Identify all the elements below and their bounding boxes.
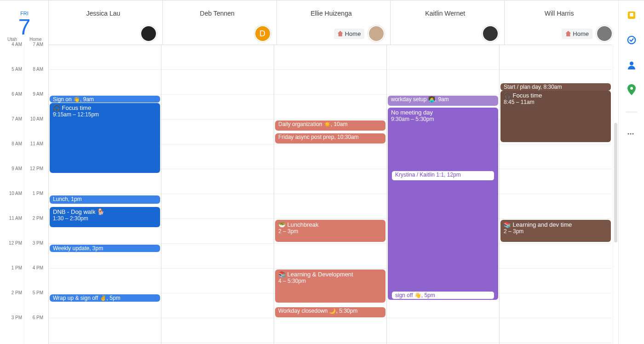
home-icon bbox=[338, 31, 343, 36]
calendar-event[interactable]: 🥗 Lunchbreak2 – 3pm bbox=[275, 220, 385, 242]
person-name: Will Harris bbox=[505, 10, 614, 17]
day-column[interactable]: Daily organization ☀️, 10amFriday async … bbox=[274, 45, 386, 344]
calendar-event[interactable]: DNB - Dog walk 🐕1:30 – 2:30pm bbox=[50, 207, 160, 227]
time-label-right: 10 AM bbox=[24, 116, 43, 121]
person-name: Kaitlin Wernet bbox=[391, 10, 500, 17]
calendar-event[interactable]: sign off 👋, 5pm bbox=[391, 291, 494, 299]
day-column[interactable]: workday setup 👩‍💻, 9amNo meeting day9:30… bbox=[386, 45, 499, 344]
time-label-right: 5 PM bbox=[24, 290, 43, 295]
keep-icon[interactable] bbox=[627, 11, 636, 20]
time-label-left: 4 AM bbox=[3, 42, 22, 47]
calendar-event[interactable]: Lunch, 1pm bbox=[50, 195, 160, 204]
person-name: Jessica Lau bbox=[49, 10, 158, 17]
time-label-right: 4 PM bbox=[24, 265, 43, 270]
day-column[interactable]: Sign on 👋, 9am🎧 Focus time9:15am – 12:15… bbox=[49, 45, 161, 344]
svg-rect-1 bbox=[630, 13, 633, 17]
calendar-event[interactable]: No meeting day9:30am – 5:30pm bbox=[388, 108, 498, 300]
avatar[interactable] bbox=[482, 25, 499, 42]
time-label-left: 1 PM bbox=[3, 265, 22, 270]
location-chip[interactable]: Home bbox=[334, 29, 365, 39]
time-label-left: 12 PM bbox=[3, 241, 22, 246]
day-column[interactable] bbox=[161, 45, 274, 344]
location-chip[interactable]: Home bbox=[562, 29, 592, 39]
time-label-right: 2 PM bbox=[24, 216, 43, 221]
calendar-event[interactable]: 🎧 Focus time8:45 – 11am bbox=[500, 91, 611, 142]
person-header[interactable]: Ellie Huizenga Home bbox=[276, 0, 391, 45]
svg-point-7 bbox=[632, 133, 633, 135]
get-addons-icon[interactable] bbox=[627, 130, 636, 139]
home-icon bbox=[565, 31, 571, 36]
time-label-left: 6 AM bbox=[3, 92, 22, 97]
time-label-left: 3 PM bbox=[3, 315, 22, 320]
person-name: Ellie Huizenga bbox=[277, 10, 386, 17]
time-label-left: 5 AM bbox=[3, 67, 22, 72]
calendar-event[interactable]: Sign on 👋, 9am bbox=[50, 96, 160, 103]
calendar-event[interactable]: 📚 Learning & Development4 – 5:30pm bbox=[275, 269, 385, 303]
calendar-event[interactable]: Krystina / Kaitlin 1:1, 12pm bbox=[391, 171, 494, 181]
avatar[interactable] bbox=[368, 25, 385, 42]
time-label-left: 2 PM bbox=[3, 290, 22, 295]
calendar-event[interactable]: Weekly update, 3pm bbox=[50, 245, 160, 252]
person-name: Deb Tennen bbox=[163, 10, 272, 17]
time-label-right: 12 PM bbox=[24, 166, 43, 171]
time-label-right: 3 PM bbox=[24, 241, 43, 246]
contacts-icon[interactable] bbox=[627, 60, 636, 69]
scrollbar[interactable] bbox=[613, 45, 618, 344]
date-header[interactable]: FRI 7 bbox=[0, 0, 49, 40]
calendar-event[interactable]: 📚 Learning and dev time2 – 3pm bbox=[500, 220, 611, 242]
day-column[interactable]: Start / plan day, 8:30am🎧 Focus time8:45… bbox=[499, 45, 612, 344]
time-label-left: 11 AM bbox=[3, 216, 22, 221]
person-header[interactable]: Deb Tennen D bbox=[162, 0, 276, 45]
time-label-right: 9 AM bbox=[24, 92, 43, 97]
svg-point-4 bbox=[630, 87, 633, 90]
avatar[interactable] bbox=[140, 25, 157, 42]
time-label-right: 6 PM bbox=[24, 315, 43, 320]
people-header: Jessica Lau Deb Tennen DEllie Huizenga H… bbox=[49, 0, 618, 45]
calendar-event[interactable]: Wrap up & sign off ✌️, 5pm bbox=[50, 294, 160, 302]
calendar-grid: Jessica Lau Deb Tennen DEllie Huizenga H… bbox=[49, 0, 618, 344]
time-gutter: FRI 7 Utah Home 4 AM7 AM5 AM8 AM6 AM9 AM… bbox=[0, 0, 49, 344]
avatar[interactable]: D bbox=[254, 25, 271, 42]
calendar-event[interactable]: Daily organization ☀️, 10am bbox=[275, 120, 385, 131]
side-panel bbox=[618, 0, 644, 344]
person-header[interactable]: Will Harris Home bbox=[504, 0, 618, 45]
time-label-right: 11 AM bbox=[24, 141, 43, 146]
maps-icon[interactable] bbox=[627, 85, 636, 94]
tasks-icon[interactable] bbox=[627, 35, 636, 45]
time-label-left: 9 AM bbox=[3, 166, 22, 171]
calendar-event[interactable]: Start / plan day, 8:30am bbox=[500, 83, 611, 91]
time-label-left: 10 AM bbox=[3, 191, 22, 196]
time-label-left: 7 AM bbox=[3, 116, 22, 121]
day-number: 7 bbox=[18, 14, 31, 40]
person-header[interactable]: Jessica Lau bbox=[49, 0, 162, 45]
svg-point-5 bbox=[627, 133, 629, 135]
svg-point-6 bbox=[630, 133, 631, 135]
calendar-event[interactable]: workday setup 👩‍💻, 9am bbox=[388, 96, 498, 106]
calendar-main: FRI 7 Utah Home 4 AM7 AM5 AM8 AM6 AM9 AM… bbox=[0, 0, 618, 344]
calendar-event[interactable]: Friday async post prep, 10:30am bbox=[275, 133, 385, 143]
calendar-event[interactable]: Workday closedown 🌙, 5:30pm bbox=[275, 307, 385, 317]
scrollbar-thumb[interactable] bbox=[614, 123, 617, 242]
avatar[interactable] bbox=[596, 25, 613, 42]
calendar-event[interactable]: 🎧 Focus time9:15am – 12:15pm bbox=[50, 103, 160, 173]
person-header[interactable]: Kaitlin Wernet bbox=[390, 0, 504, 45]
time-label-right: 8 AM bbox=[24, 67, 43, 72]
time-label-right: 1 PM bbox=[24, 191, 43, 196]
grid-body[interactable]: Sign on 👋, 9am🎧 Focus time9:15am – 12:15… bbox=[49, 45, 612, 344]
time-label-right: 7 AM bbox=[24, 42, 43, 47]
svg-point-3 bbox=[630, 62, 633, 65]
time-label-left: 8 AM bbox=[3, 141, 22, 146]
